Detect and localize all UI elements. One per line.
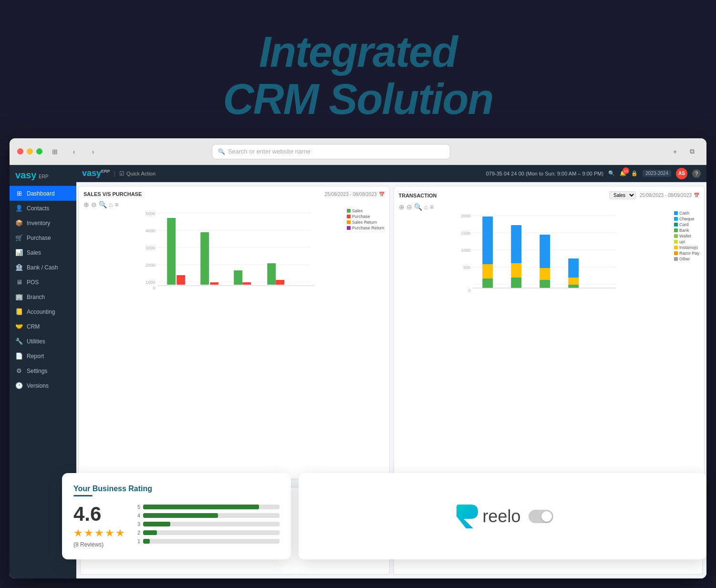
sidebar-item-settings[interactable]: ⚙ Settings (10, 363, 76, 378)
pos-icon: 🖥 (15, 279, 23, 286)
sidebar-label-bank: Bank / Cash (27, 264, 58, 271)
sidebar-item-versions[interactable]: 🕐 Versions (10, 378, 76, 393)
branch-icon: 🏢 (15, 293, 23, 300)
reelo-name: reelo (482, 506, 520, 526)
legend-wallet: Wallet (679, 234, 691, 238)
topbar-right: 079-35 04 24 00 (Mon to Sun: 9:00 AM – 9… (486, 168, 701, 179)
bar-track-3 (143, 522, 280, 526)
sidebar-item-sales[interactable]: 📊 Sales (10, 245, 76, 260)
new-tab-btn[interactable]: + (668, 145, 682, 158)
search-icon[interactable]: 🔍 (608, 170, 615, 176)
reelo-card: reelo (299, 473, 706, 559)
sales-icon: 📊 (15, 249, 23, 256)
year-badge: 2023-2024 (643, 170, 671, 177)
svp-chart-svg: 5000 4000 3000 2000 1000 0 (83, 208, 384, 294)
svg-rect-16 (242, 282, 251, 285)
sidebar-item-purchase[interactable]: 🛒 Purchase (10, 230, 76, 245)
tab-overview-btn[interactable]: ⧉ (685, 145, 699, 158)
toggle-knob (541, 511, 552, 522)
svp-chart-body: 5000 4000 3000 2000 1000 0 (83, 208, 384, 294)
chart-header-tx: TRANSACTION Sales 25/08/2023 - 08/09/202… (399, 191, 700, 199)
sidebar-item-pos[interactable]: 🖥 POS (10, 275, 76, 289)
overlay-container: Your Business Rating 4.6 ★ ★ ★ ★ ★ (8 Re… (62, 473, 706, 559)
svg-rect-14 (210, 282, 218, 285)
checkbox-icon: ☑ (119, 170, 125, 177)
logo-sub: ERP (39, 174, 49, 179)
bar-label-3: 3 (136, 521, 140, 527)
back-btn[interactable]: ‹ (67, 145, 81, 158)
browser-actions: + ⧉ (668, 145, 699, 158)
sidebar-item-dashboard[interactable]: ⊞ Dashboard (10, 186, 76, 201)
sidebar-item-crm[interactable]: 🤝 CRM (10, 319, 76, 334)
sidebar-item-report[interactable]: 📄 Report (10, 349, 76, 363)
tx-legend: Cash Cheque Card Bank Wallet upi Instamo… (674, 211, 699, 262)
bar-track-1 (143, 539, 280, 544)
sidebar-item-contacts[interactable]: 👤 Contacts (10, 201, 76, 216)
sidebar-item-bank-cash[interactable]: 🏦 Bank / Cash (10, 260, 76, 275)
star-half: ★ (115, 527, 125, 539)
svg-rect-11 (167, 218, 176, 285)
close-traffic-light[interactable] (17, 148, 23, 155)
sidebar-toggle-btn[interactable]: ⊞ (48, 145, 62, 158)
svg-rect-37 (540, 268, 550, 280)
calendar-icon[interactable]: 📅 (379, 192, 384, 197)
bar-row-3: 3 (136, 521, 280, 527)
minimize-traffic-light[interactable] (27, 148, 33, 155)
search-icon: 🔍 (218, 148, 225, 155)
star-4: ★ (105, 527, 114, 539)
user-avatar[interactable]: AS (676, 168, 687, 179)
quick-action-btn[interactable]: ☑ Quick Action (119, 170, 156, 177)
sidebar-item-inventory[interactable]: 📦 Inventory (10, 216, 76, 230)
bar-row-2: 2 (136, 530, 280, 536)
bar-fill-5 (143, 505, 259, 509)
legend-instamojo: Instamojo (679, 245, 698, 250)
legend-purchase: Purchase (352, 214, 370, 219)
versions-icon: 🕐 (15, 382, 23, 389)
quick-action-label: Quick Action (126, 171, 156, 176)
reelo-icon (452, 502, 480, 531)
legend-cash: Cash (679, 211, 689, 216)
sidebar-label-settings: Settings (27, 368, 47, 374)
inventory-icon: 📦 (15, 219, 23, 227)
svg-rect-30 (482, 217, 493, 264)
address-bar[interactable]: 🔍 Search or enter website name (212, 144, 450, 159)
tx-date-range: 25/08/2023 - 08/09/2023 (640, 193, 692, 198)
sidebar-item-accounting[interactable]: 📒 Accounting (10, 304, 76, 319)
address-placeholder: Search or enter website name (228, 148, 311, 155)
legend-sales: Sales (352, 208, 363, 213)
bar-track-2 (143, 530, 280, 535)
charts-row: SALES V/S PURCHASE 25/08/2023 - 08/08/20… (76, 182, 706, 483)
transaction-panel: TRANSACTION Sales 25/08/2023 - 08/09/202… (394, 186, 705, 479)
browser-chrome: ⊞ ‹ › 🔍 Search or enter website name + ⧉ (10, 138, 706, 165)
sidebar-label-versions: Versions (27, 382, 49, 389)
svg-rect-18 (276, 280, 284, 285)
svg-text:3000: 3000 (145, 246, 155, 250)
lock-icon[interactable]: 🔒 (631, 170, 638, 176)
bar-fill-3 (143, 522, 170, 526)
report-icon: 📄 (15, 352, 23, 360)
sidebar-item-utilities[interactable]: 🔧 Utilities (10, 334, 76, 349)
bank-icon: 🏦 (15, 264, 23, 271)
svg-text:1000: 1000 (461, 248, 470, 253)
tx-filter-select[interactable]: Sales (609, 191, 636, 199)
bar-track-5 (143, 505, 280, 509)
star-3: ★ (94, 527, 104, 539)
sales-vs-purchase-panel: SALES V/S PURCHASE 25/08/2023 - 08/08/20… (78, 186, 390, 479)
sidebar-label-branch: Branch (27, 294, 45, 300)
topbar-logo: vasyERP (82, 168, 110, 178)
calendar-icon-tx[interactable]: 📅 (694, 193, 699, 198)
maximize-traffic-light[interactable] (36, 148, 42, 155)
svp-controls: ⊕ ⊖ 🔍 ⌂ ≡ (83, 201, 384, 208)
svg-rect-38 (540, 280, 550, 288)
forward-btn[interactable]: › (86, 145, 100, 158)
sidebar-item-branch[interactable]: 🏢 Branch (10, 289, 76, 304)
legend-purchase-return: Purchase Return (352, 226, 384, 230)
headline-line2: CRM Solution (223, 75, 493, 123)
reelo-toggle[interactable] (529, 510, 553, 523)
sidebar-label-purchase: Purchase (27, 235, 51, 241)
help-icon[interactable]: ? (692, 169, 701, 178)
notifications-area[interactable]: 🔔 11 (620, 170, 626, 176)
legend-other: Other (679, 257, 690, 261)
svg-text:4000: 4000 (145, 228, 155, 233)
purchase-icon: 🛒 (15, 234, 23, 241)
